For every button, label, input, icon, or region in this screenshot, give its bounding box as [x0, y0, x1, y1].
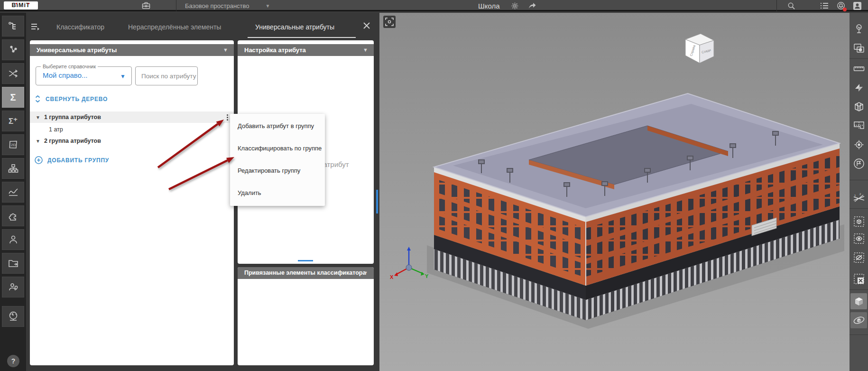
toolbar-floor-plan-button[interactable] — [850, 117, 868, 134]
collapse-tree-link[interactable]: СВЕРНУТЬ ДЕРЕВО — [35, 95, 108, 102]
attribute-settings-header-label: Настройка атрибута — [244, 46, 306, 54]
panel-scrollbar-thumb[interactable] — [376, 190, 378, 213]
share-icon[interactable] — [527, 1, 537, 10]
toolbar-selection-region-button[interactable] — [850, 40, 868, 57]
tree-attribute-1[interactable]: 1 атр — [30, 124, 234, 135]
close-icon — [363, 22, 370, 29]
help-icon: ? — [11, 357, 16, 365]
search-icon[interactable] — [786, 1, 796, 10]
building-model — [425, 84, 851, 331]
logo-dot — [28, 3, 29, 4]
toolbar-flag-button[interactable] — [850, 155, 868, 172]
solid-box-icon — [853, 296, 865, 307]
menu-item-classify-by-group[interactable]: Классифицировать по группе — [230, 137, 325, 159]
close-panel-button[interactable] — [363, 22, 372, 31]
top-bar: BiMiT Базовое пространство ▼ Школа — [0, 0, 868, 11]
universal-attributes-header[interactable]: Универсальные атрибуты ▼ — [30, 44, 234, 56]
sidebar-item-folder-shared[interactable] — [2, 253, 24, 274]
chevron-down-icon: ▼ — [120, 73, 126, 80]
sigma-icon: Σ — [10, 92, 16, 103]
selection-region-icon — [853, 43, 865, 54]
project-title: Школа — [478, 2, 500, 10]
sitemap-icon — [8, 163, 18, 174]
sidebar-item-sitemap[interactable] — [2, 158, 24, 179]
tab-classifier[interactable]: Классификатор — [56, 23, 104, 31]
panel-collapse-icon[interactable] — [30, 21, 40, 32]
logo-dot — [16, 3, 17, 4]
sigma-plus-icon: Σ⁺ — [9, 116, 18, 126]
toolbar-show-button[interactable] — [850, 230, 868, 247]
toolbar-hide-button[interactable] — [850, 249, 868, 266]
add-group-link[interactable]: ДОБАВИТЬ ГРУППУ — [35, 156, 109, 164]
notifications-icon[interactable] — [836, 1, 846, 10]
view-cube[interactable]: Справа Сзади — [681, 30, 718, 67]
attribute-search-input[interactable] — [136, 67, 197, 85]
tree-expand-icon[interactable]: ▼ — [36, 139, 40, 144]
toolbar-solid-box-button[interactable] — [850, 293, 867, 309]
tab-universal-attributes[interactable]: Универсальные атрибуты — [255, 23, 334, 31]
bound-elements-panel: Привязанные элементы классификатора ▼ — [238, 267, 374, 365]
topbar-divider — [176, 0, 176, 11]
axis-y-label: Y — [425, 273, 429, 279]
model-viewport[interactable]: Справа Сзади X Y — [379, 13, 868, 371]
menu-item-delete[interactable]: Удалить — [230, 182, 325, 204]
toolbar-multi-measure-button[interactable]: 12 — [850, 190, 868, 207]
reference-select[interactable]: Выберите справочник Мой справо... ▼ — [36, 66, 132, 85]
panel-resize-handle[interactable] — [298, 260, 313, 261]
help-button[interactable]: ? — [7, 355, 19, 367]
orbit-icon — [853, 314, 865, 326]
app-logo[interactable]: BiMiT — [4, 1, 38, 9]
tree-group-1-label: 1 группа атрибутов — [44, 114, 101, 121]
toolbar-section-box-button[interactable] — [850, 98, 868, 115]
app-logo-text: BiMiT — [11, 2, 30, 9]
multi-measure-icon: 12 — [853, 193, 865, 204]
toolbar-tree-button[interactable] — [850, 20, 868, 37]
toolbar-flip-button[interactable] — [850, 79, 868, 96]
tree-expand-icon[interactable]: ▼ — [36, 115, 40, 120]
toolbar-locate-button[interactable] — [850, 136, 868, 153]
sidebar-item-gauge[interactable] — [2, 306, 24, 327]
dropdown-caret-icon: ▼ — [266, 3, 270, 9]
account-icon[interactable] — [852, 1, 862, 10]
topbar-divider — [776, 0, 777, 11]
fit-view-button[interactable] — [383, 16, 396, 28]
tab-unallocated-elements[interactable]: Нераспределённые элементы — [128, 23, 221, 31]
attribute-settings-header[interactable]: Настройка атрибута ▼ — [238, 44, 374, 56]
group-context-menu: Добавить атрибут в группу Классифицирова… — [230, 114, 325, 206]
bound-elements-header[interactable]: Привязанные элементы классификатора ▼ — [238, 267, 374, 279]
show-eye-icon — [853, 233, 865, 244]
sidebar-item-hierarchy[interactable] — [2, 16, 24, 37]
gear-icon[interactable] — [510, 1, 519, 10]
toolbar-orbit-button[interactable] — [850, 312, 867, 328]
universal-attributes-header-label: Универсальные атрибуты — [37, 46, 117, 54]
clear-selection-icon — [853, 273, 865, 285]
sidebar-item-chart[interactable] — [2, 182, 24, 203]
toolbar-clear-selection-button[interactable] — [850, 270, 868, 288]
list-icon[interactable] — [820, 1, 829, 10]
tree-group-1[interactable]: ▼ 1 группа атрибутов — [30, 111, 234, 123]
tool-sidebar: Σ Σ⁺ 2D ? — [0, 13, 26, 371]
toolbar-ghost-box-button[interactable] — [850, 213, 868, 230]
sidebar-item-node-select[interactable] — [2, 39, 24, 60]
briefcase-icon[interactable] — [141, 1, 151, 10]
shuffle-icon — [8, 68, 18, 79]
sidebar-item-shuffle[interactable] — [2, 63, 24, 84]
gauge-icon — [8, 311, 19, 322]
sidebar-item-sigma[interactable]: Σ — [2, 87, 24, 108]
workspace-selector[interactable]: Базовое пространство ▼ — [185, 0, 270, 11]
sidebar-item-sigma-plus[interactable]: Σ⁺ — [2, 111, 24, 131]
sidebar-item-user-location[interactable] — [2, 277, 24, 297]
sidebar-item-user[interactable] — [2, 229, 24, 250]
user-icon — [8, 234, 18, 245]
notification-badge — [843, 8, 847, 11]
sidebar-item-2d-view[interactable]: 2D — [2, 134, 24, 155]
menu-item-add-attribute[interactable]: Добавить атрибут в группу — [230, 115, 325, 137]
menu-item-edit-group[interactable]: Редактировать группу — [230, 159, 325, 182]
floor-plan-icon — [853, 120, 865, 130]
hide-eye-icon — [853, 252, 865, 263]
sidebar-item-plugin[interactable] — [2, 205, 24, 226]
tree-group-2[interactable]: ▼ 2 группа атрибутов — [30, 135, 234, 147]
flip-icon — [854, 83, 864, 93]
viewport-toolbar: 12 — [850, 13, 868, 371]
toolbar-ruler-button[interactable] — [850, 60, 868, 77]
